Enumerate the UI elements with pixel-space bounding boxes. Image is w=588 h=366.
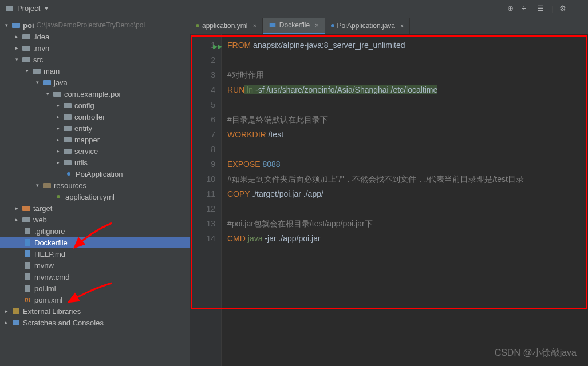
tree-mvnwcmd[interactable]: mvnw.cmd — [0, 271, 190, 283]
yml-icon — [196, 24, 199, 27]
svg-rect-17 — [25, 228, 30, 234]
svg-rect-13 — [64, 160, 72, 165]
tree-java[interactable]: ▾java — [0, 77, 190, 88]
collapse-icon[interactable]: ☰ — [537, 4, 546, 13]
svg-rect-2 — [22, 34, 30, 39]
tab-label: PoiApplication.java — [337, 22, 395, 30]
tree-utils[interactable]: ▸utils — [0, 157, 190, 168]
svg-rect-22 — [25, 285, 30, 292]
project-label: Project — [17, 4, 40, 13]
docker-icon — [269, 21, 277, 29]
svg-rect-8 — [64, 103, 72, 108]
tree-pkg[interactable]: ▾com.example.poi — [0, 88, 190, 100]
editor-gutter: ▶▶ 1234567891011121314 — [190, 34, 222, 366]
tab-application-yml[interactable]: application.yml × — [190, 18, 263, 34]
svg-rect-5 — [33, 69, 41, 74]
tree-mvnw[interactable]: mvnw — [0, 260, 190, 271]
tree-mapper[interactable]: ▸mapper — [0, 134, 190, 145]
svg-rect-3 — [22, 46, 30, 51]
tab-dockerfile[interactable]: Dockerfile × — [263, 18, 325, 34]
tree-service[interactable]: ▸service — [0, 145, 190, 157]
tree-scratches[interactable]: ▸Scratches and Consoles — [0, 317, 190, 328]
svg-rect-6 — [43, 80, 51, 85]
close-icon[interactable]: × — [315, 22, 318, 29]
tree-dockerfile[interactable]: Dockerfile — [0, 237, 190, 248]
tree-src[interactable]: ▾src — [0, 54, 190, 65]
svg-rect-0 — [6, 6, 13, 11]
tree-resources[interactable]: ▾resources — [0, 180, 190, 191]
tree-config[interactable]: ▸config — [0, 100, 190, 111]
svg-rect-19 — [25, 250, 30, 257]
tab-label: Dockerfile — [279, 21, 310, 29]
hide-icon[interactable]: — — [574, 4, 583, 13]
tree-target[interactable]: ▸target — [0, 202, 190, 214]
svg-rect-9 — [64, 114, 72, 120]
svg-rect-7 — [53, 92, 61, 97]
tree-entity[interactable]: ▸entity — [0, 122, 190, 134]
svg-rect-11 — [64, 137, 72, 142]
target-icon[interactable]: ⊕ — [507, 4, 516, 13]
code-editor[interactable]: ▶▶ 1234567891011121314 FROM anapsix/alpi… — [190, 34, 588, 366]
tree-mvn[interactable]: ▸.mvn — [0, 42, 190, 54]
tree-idea[interactable]: ▸.idea — [0, 31, 190, 42]
run-gutter-icon[interactable]: ▶▶ — [213, 39, 222, 54]
svg-rect-10 — [64, 126, 72, 131]
svg-rect-1 — [12, 23, 20, 28]
editor-tabs: application.yml × Dockerfile × PoiApplic… — [190, 17, 588, 34]
tree-main[interactable]: ▾main — [0, 65, 190, 77]
tree-controller[interactable]: ▸controller — [0, 111, 190, 122]
close-icon[interactable]: × — [252, 22, 256, 29]
tree-extlib[interactable]: ▸External Libraries — [0, 305, 190, 317]
code-content[interactable]: FROM anapsix/alpine-java:8_server_jre_un… — [222, 34, 588, 366]
tree-poiapp[interactable]: PoiApplication — [0, 168, 190, 180]
svg-rect-14 — [43, 183, 51, 188]
gear-icon[interactable]: ⚙ — [559, 4, 569, 13]
svg-rect-12 — [64, 149, 72, 154]
svg-rect-21 — [25, 273, 30, 280]
dropdown-arrow[interactable]: ▼ — [44, 6, 49, 11]
project-icon — [5, 4, 14, 13]
svg-rect-20 — [25, 262, 30, 269]
svg-rect-18 — [25, 239, 30, 246]
tree-gitignore[interactable]: .gitignore — [0, 225, 190, 237]
tree-root[interactable]: ▾ poi G:\javaDemoProject\reTryDemo\poi — [0, 19, 190, 31]
tree-web[interactable]: ▸web — [0, 214, 190, 225]
project-tree[interactable]: ▾ poi G:\javaDemoProject\reTryDemo\poi ▸… — [0, 17, 190, 366]
tree-poiiml[interactable]: poi.iml — [0, 283, 190, 294]
svg-rect-16 — [22, 217, 30, 222]
close-icon[interactable]: × — [400, 22, 404, 29]
svg-rect-23 — [13, 308, 19, 314]
tree-appyml[interactable]: application.yml — [0, 191, 190, 202]
tab-poiapplication[interactable]: PoiApplication.java × — [325, 18, 411, 34]
svg-rect-15 — [22, 206, 30, 211]
svg-rect-25 — [270, 23, 276, 27]
tree-pomxml[interactable]: mpom.xml — [0, 294, 190, 305]
tree-help[interactable]: HELP.md — [0, 248, 190, 260]
java-icon — [331, 24, 334, 27]
tab-label: application.yml — [202, 22, 247, 30]
expand-icon[interactable]: ÷ — [522, 4, 531, 13]
project-toolbar: Project ▼ ⊕ ÷ ☰ | ⚙ — — [0, 0, 588, 17]
svg-rect-4 — [22, 57, 30, 62]
svg-rect-24 — [13, 320, 19, 325]
